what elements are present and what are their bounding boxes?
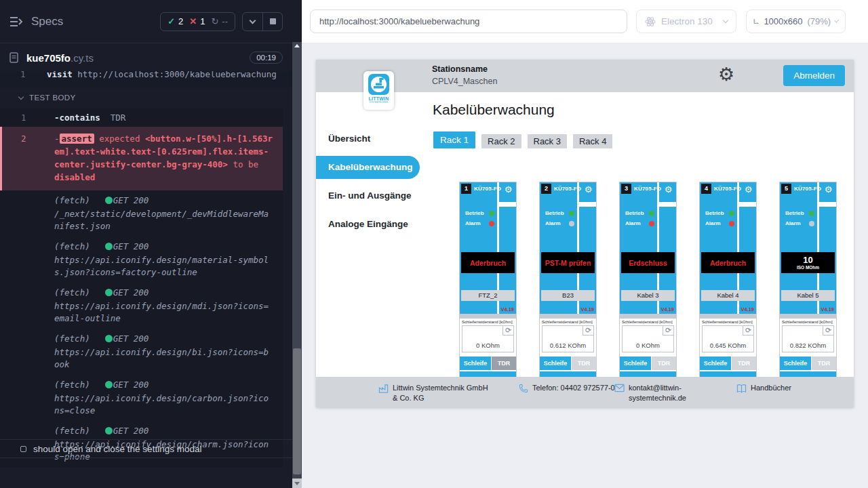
pending-icon: ↻ [211, 16, 218, 26]
refresh-icon[interactable]: ⟳ [823, 326, 833, 336]
module-card-3: 3 KÜ705-FO ⚙ Betrieb Alarm Erdschluss Ka… [619, 182, 677, 399]
tdr-button[interactable]: TDR [572, 357, 596, 370]
measurement-panel: Schleifenwiderstand [kOhm] ⟳ 0.612 KOhm [540, 319, 596, 356]
tdr-button[interactable]: TDR [732, 357, 756, 370]
spec-name[interactable]: kue705fo [26, 52, 71, 64]
contains-arg: TDR [111, 113, 126, 123]
chevron-down-icon [18, 94, 24, 99]
scroll-up-icon[interactable] [294, 44, 300, 47]
measurement-box: ⟳ 0.612 KOhm [542, 325, 594, 352]
alarm-led [809, 221, 814, 226]
next-test-row[interactable]: should open and close the settings modal [0, 439, 292, 458]
viewport-size: 1000x660 [764, 16, 802, 26]
reporter-scrollbar[interactable] [292, 42, 302, 488]
divider [659, 202, 676, 207]
refresh-icon[interactable]: ⟳ [502, 326, 513, 336]
browser-select[interactable]: Electron 130 [636, 9, 736, 33]
tdr-button[interactable]: TDR [492, 357, 516, 370]
module-number: 1 [461, 184, 471, 194]
module-card-5: 5 KÜ705-FO ⚙ Betrieb Alarm 10 ISO MOhm K… [779, 182, 837, 399]
module-number: 2 [541, 184, 551, 194]
contains-line-number: 1 [21, 113, 26, 123]
email-text[interactable]: kontakt@littwin-systemtechnik.de [629, 383, 709, 403]
schleife-button[interactable]: Schleife [780, 357, 811, 370]
book-icon [736, 384, 747, 393]
measurement-label: Schleifenwiderstand [kOhm] [542, 320, 594, 324]
footer-phone: Telefon: 04402 972577-0 [519, 383, 619, 393]
alarm-label: Alarm [625, 220, 646, 226]
tdr-button[interactable]: TDR [652, 357, 676, 370]
failed-assert-row[interactable]: 2 -assert expected <button.w-[50%].h-[1.… [0, 127, 283, 190]
module-gear-icon[interactable]: ⚙ [660, 184, 676, 195]
firmware-version: V4.19 [580, 306, 594, 312]
refresh-icon[interactable]: ⟳ [663, 326, 673, 336]
tdr-button[interactable]: TDR [812, 357, 836, 370]
schleife-button[interactable]: Schleife [540, 357, 571, 370]
firmware-version: V4.19 [500, 306, 514, 312]
tab-rack-4[interactable]: Rack 4 [573, 134, 612, 148]
sidebar-item-analoge-eingaenge[interactable]: Analoge Eingänge [316, 213, 420, 236]
test-body-section[interactable]: TEST BODY [0, 94, 76, 102]
refresh-icon[interactable]: ⟳ [743, 326, 753, 336]
stop-button[interactable] [262, 13, 282, 30]
spec-row: kue705fo .cy.ts 00:19 [0, 44, 292, 71]
betrieb-led [649, 211, 654, 216]
manuals-text[interactable]: Handbücher [751, 383, 791, 393]
phone-icon [519, 384, 528, 393]
logout-button[interactable]: Abmelden [783, 65, 845, 86]
tab-rack-1[interactable]: Rack 1 [433, 131, 475, 148]
success-dot-icon [105, 427, 113, 434]
schleife-button[interactable]: Schleife [700, 357, 731, 370]
failed-count: 1 [200, 16, 205, 26]
viewport-select[interactable]: 1000x660 (79%) [746, 9, 846, 33]
scroll-down-button[interactable] [292, 479, 302, 488]
schleife-button[interactable]: Schleife [620, 357, 651, 370]
failed-icon: ✕ [189, 16, 197, 26]
module-gear-icon[interactable]: ⚙ [741, 184, 756, 195]
betrieb-led [489, 211, 494, 216]
url-input[interactable]: http://localhost:3000/kabelueberwachung [310, 9, 627, 33]
fetch-url: /_next/static/development/_devMiddleware… [54, 208, 272, 232]
divider [540, 314, 596, 319]
visit-command-row[interactable]: 1 visit http://localhost:3000/kabelueber… [0, 71, 292, 87]
fetch-log-entry: (fetch)GET 200 /_next/static/development… [0, 190, 283, 237]
spec-file-icon [9, 52, 18, 63]
fetch-url: https://api.iconify.design/carbon.json?i… [54, 392, 272, 417]
success-dot-icon [105, 335, 113, 342]
measurement-box: ⟳ 0 KOhm [622, 325, 674, 352]
alarm-label: Alarm [705, 220, 726, 226]
module-gear-icon[interactable]: ⚙ [821, 184, 836, 195]
browser-toolbar: http://localhost:3000/kabelueberwachung … [302, 0, 868, 43]
contains-command-row[interactable]: 1 -contains TDR [0, 108, 283, 127]
module-gear-icon[interactable]: ⚙ [580, 184, 596, 195]
collapse-button[interactable] [243, 13, 262, 30]
footer-manuals[interactable]: Handbücher [736, 383, 791, 393]
schleife-button[interactable]: Schleife [460, 357, 491, 370]
fetch-status: GET 200 [113, 287, 149, 298]
specs-menu-icon[interactable] [9, 16, 23, 27]
fetch-status: GET 200 [113, 426, 149, 436]
footer-email: kontakt@littwin-systemtechnik.de [614, 383, 709, 403]
refresh-icon[interactable]: ⟳ [583, 326, 593, 336]
scrollbar-thumb[interactable] [293, 348, 301, 474]
fetch-log-entry: (fetch)GET 200 https://api.iconify.desig… [0, 329, 283, 375]
reporter-header: Specs ✓2 ✕1 ↻-- [0, 0, 292, 43]
tab-rack-3[interactable]: Rack 3 [528, 134, 567, 148]
status-display: Aderbruch [461, 252, 515, 273]
module-gear-icon[interactable]: ⚙ [500, 184, 516, 195]
measurement-panel: Schleifenwiderstand [kOhm] ⟳ 0 KOhm [620, 319, 676, 356]
sidebar-item-ein-und-ausgaenge[interactable]: Ein- und Ausgänge [316, 184, 420, 207]
fetch-label: (fetch) [54, 380, 90, 390]
scroll-down-icon [294, 482, 300, 485]
settings-gear-icon[interactable]: ⚙ [718, 64, 734, 85]
tab-rack-2[interactable]: Rack 2 [481, 134, 521, 148]
alarm-label: Alarm [785, 220, 806, 226]
visit-command: visit [47, 71, 73, 79]
sidebar-item-uebersicht[interactable]: Übersicht [316, 127, 420, 150]
viewport-ruler-icon [753, 16, 759, 26]
factory-icon [378, 384, 389, 394]
fetch-label: (fetch) [54, 195, 90, 205]
success-dot-icon [105, 289, 113, 296]
alarm-led [569, 221, 574, 226]
sidebar-item-kabelueberwachung[interactable]: Kabelüberwachung [316, 156, 420, 179]
